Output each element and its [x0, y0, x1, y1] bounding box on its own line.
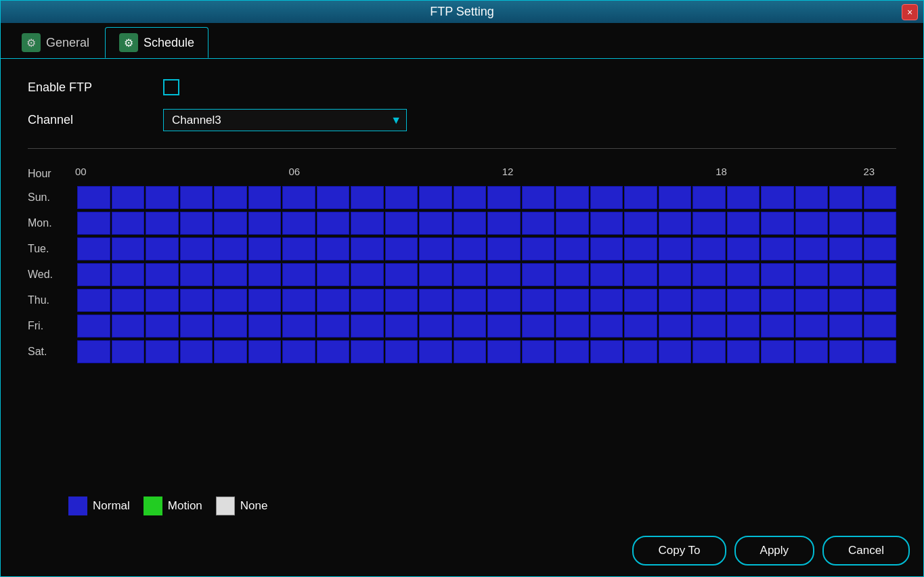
schedule-cell-5-16[interactable]	[624, 315, 657, 338]
schedule-cell-1-13[interactable]	[522, 212, 555, 235]
schedule-cell-0-15[interactable]	[590, 186, 623, 209]
schedule-cell-2-0[interactable]	[77, 237, 110, 260]
schedule-cell-2-1[interactable]	[112, 237, 145, 260]
schedule-cell-0-20[interactable]	[761, 186, 794, 209]
schedule-cell-1-16[interactable]	[624, 212, 657, 235]
schedule-cell-2-19[interactable]	[727, 237, 760, 260]
schedule-cell-5-9[interactable]	[385, 315, 418, 338]
schedule-cell-2-8[interactable]	[351, 237, 384, 260]
schedule-cell-2-20[interactable]	[761, 237, 794, 260]
schedule-cell-5-17[interactable]	[659, 315, 692, 338]
copy-to-button[interactable]: Copy To	[632, 536, 726, 566]
schedule-cell-0-13[interactable]	[522, 186, 555, 209]
schedule-cell-3-23[interactable]	[864, 263, 897, 286]
schedule-cell-2-2[interactable]	[146, 237, 179, 260]
schedule-cell-1-12[interactable]	[487, 212, 521, 235]
schedule-cell-5-21[interactable]	[795, 315, 829, 338]
schedule-cell-0-17[interactable]	[659, 186, 692, 209]
schedule-cell-2-6[interactable]	[282, 237, 315, 260]
schedule-cell-6-9[interactable]	[385, 340, 418, 363]
schedule-cell-3-14[interactable]	[556, 263, 589, 286]
schedule-cell-4-0[interactable]	[77, 289, 110, 312]
schedule-cell-4-21[interactable]	[795, 289, 829, 312]
schedule-cell-2-15[interactable]	[590, 237, 623, 260]
schedule-cell-2-3[interactable]	[180, 237, 213, 260]
schedule-cell-6-0[interactable]	[77, 340, 110, 363]
schedule-cell-0-2[interactable]	[146, 186, 179, 209]
schedule-cell-5-3[interactable]	[180, 315, 213, 338]
schedule-cell-3-15[interactable]	[590, 263, 623, 286]
schedule-cell-6-5[interactable]	[248, 340, 282, 363]
schedule-cell-4-18[interactable]	[692, 289, 726, 312]
schedule-cell-0-16[interactable]	[624, 186, 657, 209]
schedule-cell-6-23[interactable]	[864, 340, 897, 363]
schedule-cell-4-7[interactable]	[317, 289, 350, 312]
schedule-cell-2-23[interactable]	[864, 237, 897, 260]
schedule-cell-6-7[interactable]	[317, 340, 350, 363]
schedule-cell-4-23[interactable]	[864, 289, 897, 312]
schedule-cell-3-4[interactable]	[214, 263, 247, 286]
schedule-cell-1-18[interactable]	[692, 212, 726, 235]
schedule-cell-2-9[interactable]	[385, 237, 418, 260]
schedule-cell-6-17[interactable]	[659, 340, 692, 363]
schedule-cell-4-16[interactable]	[624, 289, 657, 312]
schedule-cell-4-10[interactable]	[419, 289, 452, 312]
schedule-cell-0-14[interactable]	[556, 186, 589, 209]
schedule-cell-4-14[interactable]	[556, 289, 589, 312]
schedule-cell-0-7[interactable]	[317, 186, 350, 209]
schedule-cell-1-5[interactable]	[248, 212, 282, 235]
schedule-cell-2-10[interactable]	[419, 237, 452, 260]
schedule-cell-3-3[interactable]	[180, 263, 213, 286]
schedule-cell-5-6[interactable]	[282, 315, 315, 338]
schedule-cell-0-21[interactable]	[795, 186, 829, 209]
schedule-cell-0-12[interactable]	[487, 186, 521, 209]
schedule-cell-0-9[interactable]	[385, 186, 418, 209]
schedule-cell-2-21[interactable]	[795, 237, 829, 260]
close-button[interactable]: ×	[902, 4, 918, 20]
schedule-cell-6-14[interactable]	[556, 340, 589, 363]
schedule-cell-2-4[interactable]	[214, 237, 247, 260]
schedule-cell-5-2[interactable]	[146, 315, 179, 338]
schedule-cell-2-12[interactable]	[487, 237, 521, 260]
schedule-cell-1-10[interactable]	[419, 212, 452, 235]
schedule-cell-1-22[interactable]	[829, 212, 862, 235]
schedule-cell-0-4[interactable]	[214, 186, 247, 209]
schedule-cell-3-6[interactable]	[282, 263, 315, 286]
schedule-cell-1-2[interactable]	[146, 212, 179, 235]
schedule-cell-2-16[interactable]	[624, 237, 657, 260]
schedule-cell-0-10[interactable]	[419, 186, 452, 209]
schedule-cell-4-9[interactable]	[385, 289, 418, 312]
schedule-cell-3-11[interactable]	[454, 263, 487, 286]
schedule-cell-1-7[interactable]	[317, 212, 350, 235]
schedule-cell-1-4[interactable]	[214, 212, 247, 235]
schedule-cell-5-14[interactable]	[556, 315, 589, 338]
schedule-cell-6-18[interactable]	[692, 340, 726, 363]
schedule-cell-6-19[interactable]	[727, 340, 760, 363]
schedule-cell-3-2[interactable]	[146, 263, 179, 286]
schedule-cell-6-13[interactable]	[522, 340, 555, 363]
schedule-cell-4-12[interactable]	[487, 289, 521, 312]
schedule-cell-4-8[interactable]	[351, 289, 384, 312]
schedule-cell-3-10[interactable]	[419, 263, 452, 286]
schedule-cell-1-15[interactable]	[590, 212, 623, 235]
schedule-cell-5-19[interactable]	[727, 315, 760, 338]
schedule-cell-5-1[interactable]	[112, 315, 145, 338]
schedule-cell-6-1[interactable]	[112, 340, 145, 363]
schedule-cell-1-9[interactable]	[385, 212, 418, 235]
schedule-cell-0-0[interactable]	[77, 186, 110, 209]
schedule-cell-4-1[interactable]	[112, 289, 145, 312]
schedule-cell-3-7[interactable]	[317, 263, 350, 286]
schedule-cell-3-20[interactable]	[761, 263, 794, 286]
schedule-cell-4-19[interactable]	[727, 289, 760, 312]
schedule-cell-2-17[interactable]	[659, 237, 692, 260]
schedule-cell-3-9[interactable]	[385, 263, 418, 286]
enable-ftp-checkbox[interactable]	[163, 79, 179, 95]
schedule-cell-6-12[interactable]	[487, 340, 521, 363]
schedule-cell-5-11[interactable]	[454, 315, 487, 338]
schedule-cell-1-6[interactable]	[282, 212, 315, 235]
schedule-cell-0-22[interactable]	[829, 186, 862, 209]
schedule-cell-6-2[interactable]	[146, 340, 179, 363]
schedule-cell-4-15[interactable]	[590, 289, 623, 312]
schedule-cell-2-14[interactable]	[556, 237, 589, 260]
schedule-cell-5-4[interactable]	[214, 315, 247, 338]
